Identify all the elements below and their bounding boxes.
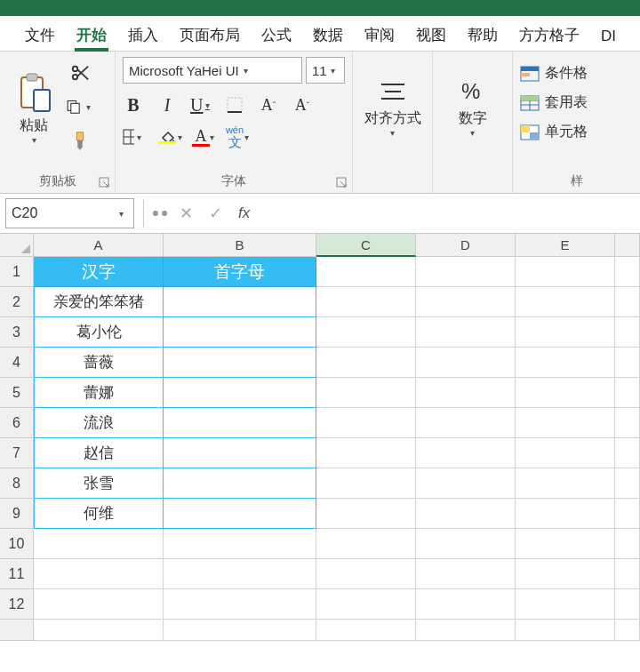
formula-input[interactable] [255, 198, 640, 228]
cell[interactable] [615, 529, 640, 559]
cell[interactable] [516, 529, 615, 559]
cell[interactable] [416, 287, 516, 317]
column-header[interactable]: E [516, 234, 615, 257]
cell[interactable] [615, 438, 640, 468]
cell[interactable] [316, 529, 416, 559]
cell[interactable] [516, 438, 615, 468]
cell[interactable] [164, 378, 316, 408]
spreadsheet-grid[interactable]: 1 2 3 4 5 6 7 8 9 10 11 12 A B C D E 汉字 … [0, 234, 640, 641]
cell[interactable] [615, 559, 640, 589]
row-header[interactable]: 8 [0, 468, 34, 499]
cell[interactable] [516, 559, 615, 589]
cell[interactable] [615, 620, 640, 641]
row-header[interactable] [0, 620, 34, 641]
cell[interactable]: 张雪 [34, 468, 164, 499]
column-header[interactable]: D [416, 234, 516, 257]
border-bottom-button[interactable] [224, 94, 245, 116]
cell[interactable] [416, 257, 516, 287]
cell[interactable] [164, 438, 316, 468]
cell[interactable] [34, 529, 164, 559]
tab-diy[interactable]: DI [592, 22, 625, 51]
cell[interactable] [416, 589, 516, 620]
cell[interactable] [516, 468, 615, 499]
cell[interactable] [516, 589, 615, 620]
cell[interactable] [516, 499, 615, 529]
cell[interactable]: 汉字 [34, 257, 164, 287]
cell[interactable]: 蕾娜 [34, 378, 164, 408]
format-as-table-button[interactable]: 套用表 [520, 93, 633, 112]
row-header[interactable]: 12 [0, 589, 34, 620]
row-header[interactable]: 11 [0, 559, 34, 589]
cell-styles-button[interactable]: 单元格 [520, 123, 633, 141]
cell[interactable] [164, 408, 316, 438]
cell[interactable] [316, 408, 416, 438]
underline-button[interactable]: U▾ [190, 94, 212, 116]
cancel-entry-button[interactable]: ✕ [180, 204, 193, 223]
cell[interactable] [164, 468, 316, 499]
cell[interactable]: 亲爱的笨笨猪 [34, 287, 164, 317]
cell[interactable] [615, 589, 640, 620]
cell[interactable] [615, 317, 640, 348]
cell[interactable] [316, 559, 416, 589]
cell[interactable] [34, 589, 164, 620]
cell[interactable] [416, 468, 516, 499]
column-header[interactable]: C [316, 234, 416, 257]
tab-file[interactable]: 文件 [16, 20, 64, 51]
column-header[interactable]: A [34, 234, 164, 257]
cell[interactable] [416, 499, 516, 529]
decrease-font-button[interactable]: Aˇ [292, 94, 313, 116]
cell[interactable] [516, 287, 615, 317]
fx-icon[interactable]: fx [238, 204, 250, 222]
row-header[interactable]: 10 [0, 529, 34, 559]
copy-button[interactable]: ▾ [66, 94, 94, 119]
tab-page-layout[interactable]: 页面布局 [171, 20, 249, 51]
row-header[interactable]: 4 [0, 348, 34, 378]
cell[interactable] [615, 499, 640, 529]
cell[interactable] [516, 378, 615, 408]
paste-button[interactable]: 粘贴 ▾ [7, 57, 60, 159]
cell[interactable] [34, 559, 164, 589]
cell[interactable] [316, 438, 416, 468]
cell[interactable]: 何维 [34, 499, 164, 529]
cell[interactable] [416, 348, 516, 378]
cell[interactable] [516, 408, 615, 438]
cell[interactable] [316, 378, 416, 408]
cell[interactable]: 葛小伦 [34, 317, 164, 348]
alignment-button[interactable]: 对齐方式 ▾ [360, 57, 425, 159]
cell[interactable] [416, 438, 516, 468]
row-header[interactable]: 1 [0, 257, 34, 287]
cell[interactable] [316, 620, 416, 641]
cell[interactable] [416, 620, 516, 641]
cell[interactable] [316, 499, 416, 529]
cell[interactable] [316, 287, 416, 317]
tab-data[interactable]: 数据 [304, 20, 352, 51]
dialog-launcher-font[interactable] [336, 177, 348, 189]
select-all-corner[interactable] [0, 234, 34, 257]
increase-font-button[interactable]: Aˆ [258, 94, 279, 116]
cell[interactable] [416, 529, 516, 559]
cell[interactable] [516, 257, 615, 287]
format-painter-button[interactable] [66, 128, 94, 153]
fill-color-button[interactable]: ▾ [156, 126, 178, 148]
cell[interactable] [316, 589, 416, 620]
cell[interactable] [416, 408, 516, 438]
cut-button[interactable] [66, 60, 94, 85]
tab-square-grid[interactable]: 方方格子 [510, 20, 588, 51]
cell[interactable] [416, 317, 516, 348]
cell[interactable] [416, 559, 516, 589]
cell[interactable]: 赵信 [34, 438, 164, 468]
cell[interactable] [164, 348, 316, 378]
cell[interactable]: 蔷薇 [34, 348, 164, 378]
row-header[interactable]: 6 [0, 408, 34, 438]
cell[interactable] [615, 408, 640, 438]
cell[interactable] [164, 589, 316, 620]
cell[interactable] [516, 317, 615, 348]
bold-button[interactable]: B [123, 94, 144, 116]
tab-formulas[interactable]: 公式 [252, 20, 300, 51]
cell[interactable] [164, 620, 316, 641]
cell[interactable] [164, 499, 316, 529]
cell[interactable] [164, 317, 316, 348]
cell[interactable] [164, 529, 316, 559]
cell[interactable] [516, 348, 615, 378]
cell[interactable] [164, 559, 316, 589]
